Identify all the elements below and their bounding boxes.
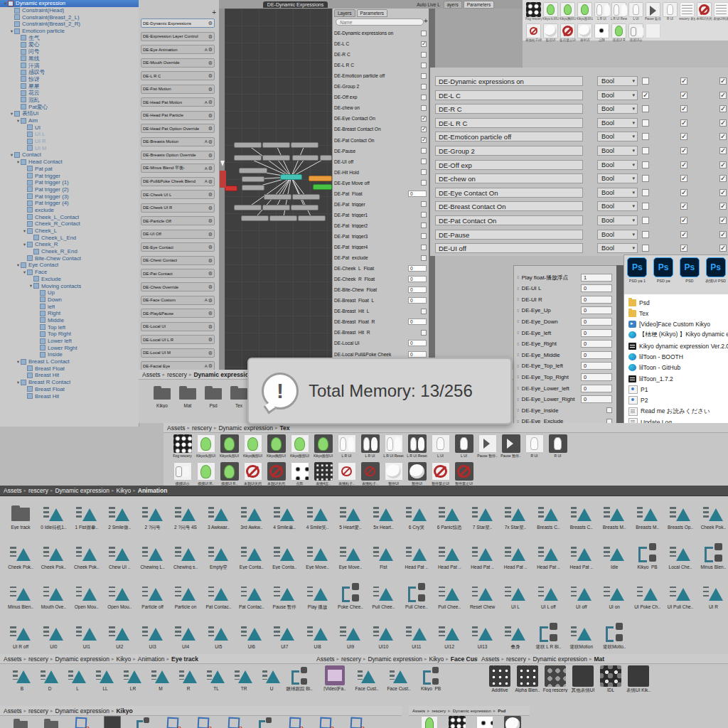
hierarchy-item[interactable]: Cheek_L_Contact <box>0 213 139 220</box>
parameter-checkbox[interactable] <box>421 330 427 336</box>
hierarchy-item[interactable]: ▼Dynamic expression <box>0 0 139 7</box>
asset-item[interactable]: Empty空 <box>202 541 235 571</box>
play-float-value-field[interactable]: 0 <box>581 351 612 359</box>
texture-asset[interactable]: Pause 暂停.. <box>499 434 523 458</box>
animator-parameter-row[interactable]: DE-Bite-Chew_Float0 <box>334 285 427 294</box>
foldout-icon[interactable]: ▼ <box>28 284 33 288</box>
play-float-value-field[interactable]: 0 <box>581 362 612 370</box>
state-node[interactable] <box>262 155 290 161</box>
breadcrumb-item[interactable]: Animation <box>138 487 168 494</box>
texture-asset[interactable]: 本我UI关闭 <box>241 462 264 486</box>
default-checkbox[interactable] <box>642 119 649 127</box>
foldout-icon[interactable]: ▼ <box>3 1 8 6</box>
state-node[interactable] <box>292 194 320 200</box>
asset-item[interactable]: Face Cust.. <box>35 716 68 728</box>
layer-gear-icon[interactable]: ⚙ <box>208 192 213 197</box>
foldout-icon[interactable]: ▼ <box>22 229 27 233</box>
asset-item[interactable]: UI1 <box>70 621 103 649</box>
layer-gear-icon[interactable]: ⚙ <box>208 284 213 289</box>
layer-gear-icon[interactable]: ⚙ <box>208 47 213 52</box>
state-node[interactable] <box>234 205 262 210</box>
hierarchy-item[interactable]: exclude <box>0 207 139 214</box>
hierarchy-item[interactable]: Middle <box>0 317 139 324</box>
file-list-item[interactable]: Psd <box>628 298 650 307</box>
layer-gear-icon[interactable]: ⚙ <box>208 166 213 171</box>
asset-item[interactable]: Head Pat .. <box>532 541 564 569</box>
animator-parameter-row[interactable]: DE-Dynamic expressions on <box>334 28 427 38</box>
asset-item[interactable]: Breasts C.. <box>532 501 564 530</box>
breadcrumb-item[interactable]: Eye track <box>171 655 198 663</box>
animator-parameter-row[interactable]: DE-L R C <box>334 60 427 70</box>
state-node[interactable] <box>234 142 262 148</box>
animator-layer-item[interactable]: DE-Dynamic Expressions⚙ <box>141 18 215 28</box>
animator-parameter-row[interactable]: DE-Local UI0 <box>334 338 427 348</box>
animator-parameter-row[interactable]: DE-Pat_trigger2 <box>334 221 427 230</box>
texture-thumbnail[interactable]: 表情UI列表 <box>713 2 728 21</box>
drag-handle-icon[interactable]: ≡ <box>517 287 520 291</box>
animator-layer-item[interactable]: DE-Breasts Option Override⚙ <box>141 151 215 160</box>
breadcrumb-item[interactable]: Kikyo <box>116 707 132 714</box>
expression-parameter-type-dropdown[interactable]: Bool <box>597 160 638 170</box>
asset-item[interactable]: 2 ?问号 <box>136 501 169 531</box>
hierarchy-item[interactable]: Constraint(Breast_2_L) <box>0 14 139 21</box>
expression-parameter-name-field[interactable]: DE-UI off <box>435 243 583 253</box>
play-float-row[interactable]: ≡DE-Eye_Top_left0 <box>517 361 612 371</box>
texture-asset[interactable]: 表情4宫.. <box>311 462 335 486</box>
synced-checkbox[interactable] <box>719 133 727 140</box>
synced-checkbox[interactable] <box>719 231 727 238</box>
expression-parameter-type-dropdown[interactable]: Bool <box>597 188 638 198</box>
state-node[interactable] <box>269 215 297 221</box>
photoshop-file[interactable]: PsPSD pa <box>651 257 675 283</box>
expression-parameter-row[interactable]: DE-Eye Contact OnBool <box>435 188 728 199</box>
play-float-value-field[interactable]: 0 <box>581 296 612 304</box>
parameter-checkbox[interactable] <box>421 52 427 58</box>
parameter-checkbox[interactable] <box>421 84 427 90</box>
hierarchy-item[interactable]: Lower left <box>0 338 139 345</box>
asset-item[interactable]: 7x Star星.. <box>499 501 532 531</box>
synced-checkbox[interactable] <box>719 217 727 224</box>
expression-parameter-type-dropdown[interactable]: Bool <box>597 104 638 114</box>
hierarchy-item[interactable]: ▼Contact <box>0 151 139 159</box>
asset-item[interactable]: Cheek Pok.. <box>697 501 728 530</box>
texture-asset[interactable]: 暂停UI <box>382 462 405 486</box>
parameter-float-field[interactable]: 0 <box>408 276 427 282</box>
asset-item[interactable]: Local Che.. <box>664 541 697 569</box>
texture-thumbnail[interactable]: 本我UI关闭 <box>696 2 712 21</box>
asset-item[interactable]: 叠身 <box>499 621 532 651</box>
hierarchy-item[interactable]: 花云 <box>0 90 139 97</box>
asset-item[interactable]: Eye Move.. <box>334 541 367 569</box>
layer-gear-icon[interactable]: ⚙ <box>208 245 213 250</box>
hierarchy-item[interactable]: Exclude <box>0 276 139 283</box>
asset-item[interactable]: UI8 <box>301 621 334 649</box>
texture-asset[interactable]: 暂停UI <box>405 462 429 486</box>
expression-parameter-row[interactable]: DE-L CBool <box>435 90 728 102</box>
layer-gear-icon[interactable]: ⚙ <box>208 363 213 368</box>
hierarchy-item[interactable]: 星星 <box>0 82 139 90</box>
animator-parameter-row[interactable]: DE-Cheek_R_Float0 <box>334 274 427 284</box>
layers-scrollbar[interactable] <box>219 9 225 370</box>
animator-parameter-row[interactable]: DE-Pause <box>334 146 427 156</box>
texture-thumbnail[interactable]: 摸摸UI小 <box>628 23 644 42</box>
auto-live-link-button[interactable]: Auto Live L <box>414 2 442 7</box>
breadcrumb-item[interactable]: Dynamic expression <box>453 709 491 713</box>
default-checkbox[interactable] <box>642 105 649 112</box>
parameter-checkbox[interactable] <box>421 63 427 68</box>
texture-thumbnail[interactable]: L R UI Reset <box>611 2 627 21</box>
asset-item[interactable]: Breasts C.. <box>565 501 598 530</box>
hierarchy-item[interactable]: ▼Cheek_R <box>0 241 139 248</box>
drag-handle-icon[interactable]: ≡ <box>517 309 520 313</box>
texture-asset[interactable]: Kikyo头部UI <box>218 434 241 458</box>
asset-item[interactable]: Particle on <box>169 581 202 609</box>
default-checkbox[interactable] <box>642 189 649 196</box>
asset-item[interactable]: 4 Smile单.. <box>268 501 301 531</box>
foldout-icon[interactable]: ▼ <box>22 270 27 274</box>
animator-parameter-row[interactable]: DE-Emoticon particle off <box>334 71 427 80</box>
asset-item[interactable]: UI off <box>565 581 598 609</box>
foldout-icon[interactable]: ▼ <box>9 153 14 157</box>
breadcrumb-item[interactable]: Assets <box>167 424 186 432</box>
asset-item[interactable]: Pull Chee.. <box>433 581 466 609</box>
parameter-float-field[interactable]: 0 <box>408 191 427 197</box>
asset-item[interactable]: Poke Chee.. <box>334 581 367 609</box>
synced-checkbox[interactable] <box>719 161 727 168</box>
layer-gear-icon[interactable]: ⚙ <box>208 311 213 316</box>
